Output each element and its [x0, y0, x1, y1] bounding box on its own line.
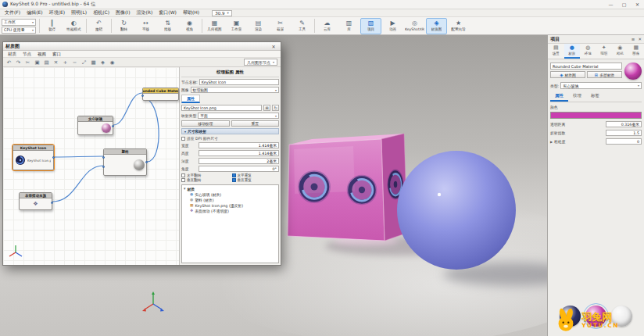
mg-menu-material[interactable]: 材质 [5, 52, 20, 57]
flip-vertical-toggle[interactable]: 垂直翻转 [181, 178, 229, 182]
ribbon-button-screenshot[interactable]: ✂截屏 [270, 18, 291, 34]
material-graph-titlebar[interactable]: 材质图 ✕ [3, 42, 281, 51]
material-structure-tree[interactable]: ▾ 材质 ● 实心玻璃 (材质) ● 塑料 (材质) ▦ KeyShot Ico… [181, 184, 279, 263]
cpu-usage-select[interactable]: CPU 使用量 ▾ [2, 27, 36, 34]
tab-environment[interactable]: ◍环境 [580, 44, 596, 59]
height-field[interactable]: 1.414毫米 [199, 150, 279, 156]
material-type-select[interactable]: 实心玻璃 ▾ [560, 82, 642, 89]
ribbon-button-keyshotxr[interactable]: ◎KeyShotXR [404, 18, 425, 34]
move-texture-button[interactable]: 移动纹理 [181, 120, 230, 127]
multi-material-button[interactable]: ⊞ 多层材质 [587, 71, 622, 78]
rounded-cube-object[interactable] [288, 134, 407, 241]
color-swatch[interactable] [550, 112, 642, 119]
tree-row-texture[interactable]: ▦ KeyShot Icon.png (漫反射) [184, 202, 277, 208]
tree-expander-icon[interactable]: ▾ [184, 187, 185, 191]
node-texture-map[interactable]: KeyShot Icon KeyShot Icon.png [13, 145, 54, 170]
maximize-button[interactable]: ▢ [617, 0, 631, 9]
material-name-field[interactable]: Rounded Cube Material [550, 63, 622, 70]
ribbon-button-material-graph[interactable]: ◈材质图 [426, 18, 447, 34]
ribbon-button-pause[interactable]: ‖暂停 [41, 18, 63, 34]
zoom-out-icon[interactable]: − [70, 59, 79, 66]
menu-help[interactable]: 帮助(H) [180, 9, 202, 16]
flip-horizontal-toggle[interactable]: 水平翻转 [181, 173, 229, 177]
repeat-vertical-toggle[interactable]: 垂直重复 [232, 178, 280, 182]
fps-indicator[interactable]: 30.9 ▾ [212, 10, 232, 16]
node-out-port[interactable] [52, 156, 55, 159]
tree-row-glass[interactable]: ● 实心玻璃 (材质) [184, 191, 277, 197]
menu-file[interactable]: 文件(F) [2, 9, 23, 16]
paste-icon[interactable]: ▤ [42, 59, 51, 66]
dpi-checkbox[interactable] [181, 137, 185, 141]
zoom-in-icon[interactable]: + [61, 59, 70, 66]
refraction-index-field[interactable]: 1.5 [606, 130, 642, 136]
zoom-fit-icon[interactable]: ⤢ [80, 59, 88, 66]
mapping-type-select[interactable]: 平面 ▾ [198, 113, 279, 119]
tree-row-utility[interactable]: ❖ 表面摆动 (不透明度) [184, 208, 277, 213]
tab-image[interactable]: ▦图像 [628, 44, 644, 59]
material-preview-ball[interactable] [624, 63, 642, 80]
mg-menu-node[interactable]: 节点 [20, 52, 34, 57]
ribbon-button-project[interactable]: ▧项目 [360, 18, 381, 34]
preview-icon[interactable]: ◉ [108, 59, 116, 66]
ribbon-button-library[interactable]: ▥库 [338, 18, 360, 34]
ribbon-button-undo[interactable]: ↶撤销 [88, 18, 109, 34]
subtab-textures[interactable]: 纹理 [568, 92, 586, 102]
tree-row-root[interactable]: ▾ 材质 [184, 186, 277, 191]
node-root-material[interactable]: Rounded Cube Material [142, 88, 179, 101]
subtab-labels[interactable]: 标签 [586, 92, 604, 102]
workspace-select[interactable]: 工作区 ▾ [2, 19, 36, 26]
ribbon-button-perspective[interactable]: ◉视角 [179, 18, 200, 34]
tab-material[interactable]: ●材质 [564, 44, 581, 59]
redo-icon[interactable]: ↷ [14, 59, 23, 66]
cut-icon[interactable]: ✂ [23, 59, 32, 66]
node-solid-glass[interactable]: 实心玻璃 [77, 116, 113, 135]
node-plastic[interactable]: 塑料 [103, 148, 147, 176]
menu-window[interactable]: 窗口(W) [156, 9, 180, 16]
menu-lighting[interactable]: 照明(L) [68, 9, 90, 16]
ribbon-button-dolly[interactable]: ⇅推移 [157, 18, 178, 34]
ribbon-button-pan[interactable]: ↔平移 [135, 18, 156, 34]
geometry-node-dropdown[interactable]: 几何图形节点 ▾ [244, 59, 277, 66]
ribbon-button-animation[interactable]: ▶动画 [382, 18, 403, 34]
ribbon-button-tumble[interactable]: ↻翻转 [113, 18, 134, 34]
menu-render[interactable]: 渲染(R) [133, 9, 156, 16]
ribbon-button-performance-mode[interactable]: ◐性能模式 [63, 18, 84, 34]
undo-icon[interactable]: ↶ [5, 59, 13, 66]
grid-icon[interactable]: ▦ [89, 59, 98, 66]
node-in-port[interactable] [102, 166, 105, 168]
roughness-field[interactable]: 0 [606, 138, 642, 145]
reset-texture-button[interactable]: 重置 [231, 120, 280, 127]
size-mapping-section[interactable]: ▾ 尺寸和映射 [181, 128, 279, 134]
close-button[interactable]: ✕ [631, 0, 644, 9]
image-type-select[interactable]: 纹理贴图 ▾ [191, 87, 279, 93]
expander-icon[interactable]: ▶ [550, 140, 553, 144]
texture-file-field[interactable]: KeyShot Icon.png [181, 105, 262, 111]
node-out-port[interactable] [51, 202, 53, 204]
width-field[interactable]: 1.414毫米 [199, 142, 279, 148]
ribbon-button-geometry-view[interactable]: ▦几何视图 [204, 18, 225, 34]
panel-menu-icon[interactable]: ≡ [631, 37, 635, 41]
sphere-object[interactable] [397, 151, 516, 270]
subtab-properties[interactable]: 属性 [550, 92, 568, 102]
angle-field[interactable]: 0° [199, 166, 279, 172]
tree-row-plastic[interactable]: ● 塑料 (材质) [184, 197, 277, 202]
mg-menu-view[interactable]: 视图 [34, 52, 49, 57]
node-in-port[interactable] [102, 156, 105, 159]
mg-menu-window[interactable]: 窗口 [49, 52, 64, 57]
material-graph-button[interactable]: ◈ 材质图 [550, 71, 585, 78]
node-surface-wobble[interactable]: 表面摆动来源 ❖ [19, 192, 52, 210]
menu-edit[interactable]: 编辑(E) [23, 9, 45, 16]
refresh-icon[interactable]: ↻ [272, 105, 279, 111]
copy-icon[interactable]: ▣ [33, 59, 41, 66]
node-out-port[interactable] [145, 161, 148, 163]
menu-environment[interactable]: 环境(E) [46, 9, 68, 16]
properties-tab[interactable]: 属性 [181, 95, 200, 103]
ribbon-button-studio[interactable]: ▣工作室 [226, 18, 247, 34]
tab-camera[interactable]: ◉相机 [612, 44, 628, 59]
node-name-field[interactable]: KeyShot Icon [199, 79, 279, 85]
delete-icon[interactable]: ✕ [52, 59, 60, 66]
ribbon-button-cloud-library[interactable]: ☁云库 [317, 18, 338, 34]
repeat-horizontal-toggle[interactable]: 水平重复 [232, 173, 280, 177]
node-in-port[interactable] [141, 95, 144, 97]
close-icon[interactable]: ✕ [638, 37, 642, 41]
